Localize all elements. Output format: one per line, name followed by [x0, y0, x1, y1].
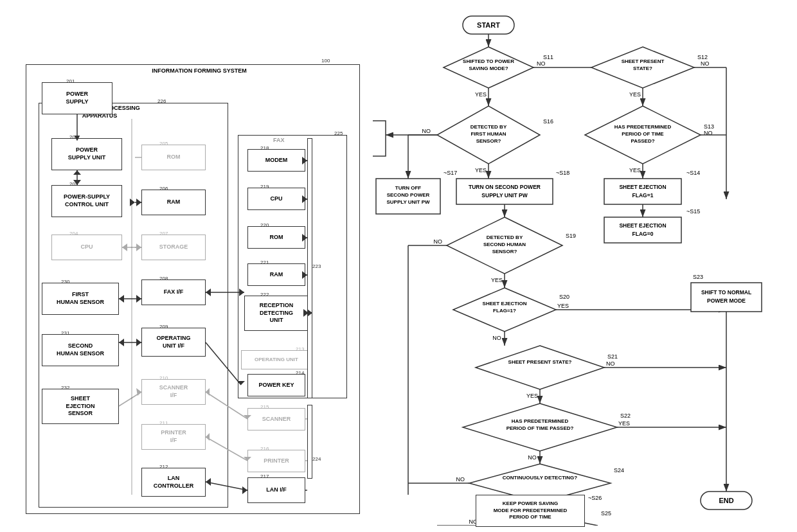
svg-text:NO: NO	[606, 360, 615, 367]
svg-text:YES: YES	[475, 167, 487, 173]
ref-213: 213	[296, 346, 304, 352]
svg-text:YES: YES	[618, 420, 630, 427]
info-processing-ref: 226	[157, 98, 166, 104]
ref-221: 221	[260, 260, 269, 265]
svg-text:S16: S16	[543, 118, 553, 125]
svg-text:SUPPLY UNIT PW: SUPPLY UNIT PW	[386, 199, 430, 205]
svg-text:PERIOD OF TIME: PERIOD OF TIME	[622, 131, 664, 137]
ref-203: 203	[69, 181, 78, 187]
ref-206: 206	[159, 186, 168, 191]
right-diagram: START SHIFTED TO POWER SAVING MODE? S11 …	[373, 6, 791, 526]
svg-text:DETECTED BY: DETECTED BY	[470, 124, 507, 130]
svg-text:YES: YES	[475, 91, 487, 98]
ref-214: 214	[296, 370, 304, 376]
svg-rect-106	[456, 179, 553, 204]
svg-text:S12: S12	[697, 54, 708, 60]
ref-211: 211	[159, 420, 168, 426]
svg-text:SUPPLY UNIT PW: SUPPLY UNIT PW	[481, 192, 528, 199]
printer-if: PRINTERI/F	[141, 424, 206, 450]
svg-text:SHIFTED TO POWER: SHIFTED TO POWER	[463, 58, 514, 64]
system-ref: 100	[321, 58, 330, 64]
power-supply-unit: POWERSUPPLY UNIT	[51, 138, 122, 170]
svg-text:TURN OFF: TURN OFF	[395, 185, 422, 191]
storage-207: STORAGE	[141, 235, 206, 260]
svg-text:SENSOR?: SENSOR?	[492, 249, 517, 254]
ref-201: 201	[66, 78, 75, 84]
ref-217: 217	[260, 474, 269, 479]
fax-if: FAX I/F	[141, 279, 206, 305]
fax-ref: 225	[334, 130, 343, 136]
ref-231: 231	[61, 330, 69, 336]
svg-text:POWER MODE: POWER MODE	[707, 297, 746, 304]
svg-text:PERIOD OF TIME PASSED?: PERIOD OF TIME PASSED?	[506, 425, 574, 431]
fax-cpu: CPU	[247, 188, 305, 210]
operating-unit-if: OPERATINGUNIT I/F	[141, 328, 206, 357]
page: 100 INFORMATION FORMING SYSTEM 226 INFOR…	[0, 0, 797, 532]
svg-text:S23: S23	[693, 274, 703, 280]
ref-223: 223	[312, 263, 321, 269]
lan-if: LAN I/F	[247, 477, 305, 503]
svg-text:SAVING MODE?: SAVING MODE?	[469, 66, 508, 71]
ref-210: 210	[159, 375, 168, 381]
svg-text:SHEET EJECTION: SHEET EJECTION	[619, 184, 666, 190]
svg-rect-85	[604, 217, 681, 243]
ref-216: 216	[260, 446, 269, 452]
ref-230: 230	[61, 279, 69, 285]
cpu-204: CPU	[51, 235, 122, 260]
ref-218: 218	[260, 145, 269, 151]
left-diagram: 100 INFORMATION FORMING SYSTEM 226 INFOR…	[6, 6, 366, 526]
svg-text:NO: NO	[434, 238, 443, 245]
svg-text:YES: YES	[629, 167, 641, 173]
svg-text:PASSED?: PASSED?	[631, 138, 654, 144]
svg-text:S13: S13	[704, 123, 714, 130]
svg-text:S24: S24	[614, 467, 624, 474]
svg-text:~S15: ~S15	[686, 208, 700, 215]
svg-text:~S18: ~S18	[556, 170, 569, 176]
svg-text:START: START	[477, 21, 500, 29]
svg-text:END: END	[719, 497, 733, 504]
svg-text:NO: NO	[422, 128, 431, 134]
scanner-if: SCANNERI/F	[141, 379, 206, 405]
fax-ram: RAM	[247, 263, 305, 286]
svg-text:NO: NO	[537, 60, 546, 67]
svg-rect-98	[373, 121, 386, 156]
svg-text:YES: YES	[526, 393, 538, 399]
second-human-sensor: SECONDHUMAN SENSOR	[42, 334, 119, 366]
svg-text:S20: S20	[559, 294, 569, 300]
fax-label: FAX	[273, 137, 285, 145]
svg-text:SHEET PRESENT: SHEET PRESENT	[622, 58, 665, 64]
ref-207: 207	[159, 231, 168, 236]
svg-rect-80	[604, 179, 681, 204]
sheet-ejection-sensor: SHEETEJECTIONSENSOR	[42, 389, 119, 424]
svg-text:SHEET EJECTION: SHEET EJECTION	[619, 222, 666, 229]
ram-206: RAM	[141, 190, 206, 215]
lan-controller: LANCONTROLLER	[141, 468, 206, 497]
svg-text:NO: NO	[492, 335, 501, 341]
svg-text:FLAG=1: FLAG=1	[632, 192, 654, 199]
reception-detecting: RECEPTIONDETECTINGUNIT	[244, 296, 309, 331]
svg-text:CONTINUOUSLY DETECTING?: CONTINUOUSLY DETECTING?	[503, 475, 578, 481]
ref-s26: ~S26	[588, 495, 602, 501]
svg-text:SECOND POWER: SECOND POWER	[387, 192, 430, 198]
svg-text:SECOND HUMAN: SECOND HUMAN	[483, 242, 526, 247]
svg-text:HAS PREDETERMINED: HAS PREDETERMINED	[512, 418, 569, 424]
svg-text:TURN ON SECOND POWER: TURN ON SECOND POWER	[469, 184, 541, 190]
ref-222: 222	[260, 292, 269, 297]
svg-text:FIRST HUMAN: FIRST HUMAN	[470, 131, 506, 137]
ref-220: 220	[260, 222, 269, 228]
svg-text:YES: YES	[491, 277, 503, 283]
svg-text:SHIFT TO NORMAL: SHIFT TO NORMAL	[701, 289, 751, 296]
svg-text:NO: NO	[701, 60, 710, 67]
svg-text:DETECTED BY: DETECTED BY	[487, 235, 523, 240]
ref-208: 208	[159, 276, 168, 281]
flowchart-svg: START SHIFTED TO POWER SAVING MODE? S11 …	[373, 6, 791, 526]
bus-224	[307, 405, 312, 479]
fax-modem: MODEM	[247, 149, 305, 172]
svg-text:SENSOR?: SENSOR?	[476, 138, 501, 144]
ref-209: 209	[159, 324, 168, 330]
svg-text:S21: S21	[607, 353, 618, 360]
power-supply: POWERSUPPLY	[42, 82, 112, 114]
svg-text:FLAG=0: FLAG=0	[632, 231, 654, 237]
operating-unit: OPERATING UNIT	[241, 350, 312, 369]
svg-text:S19: S19	[566, 233, 576, 239]
